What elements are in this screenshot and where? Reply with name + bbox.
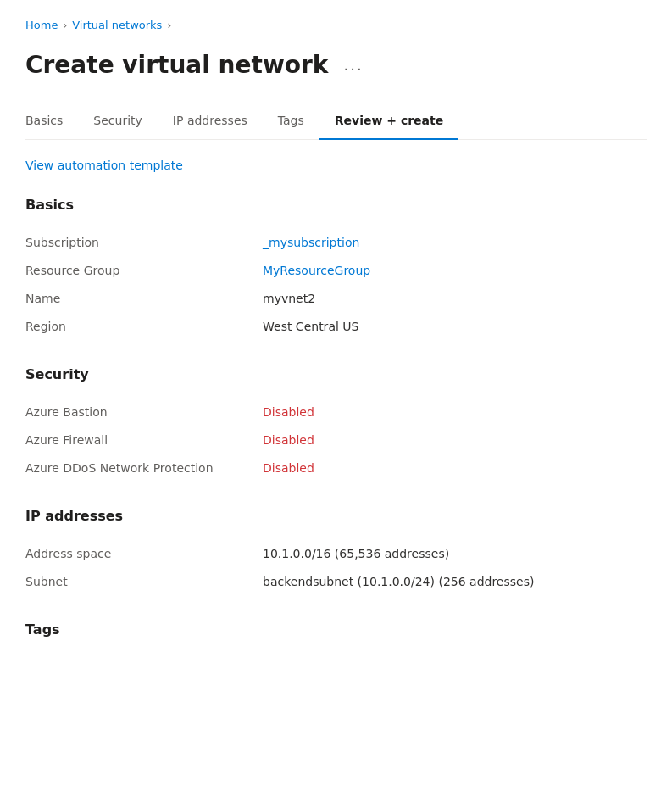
more-options-button[interactable]: ... xyxy=(338,52,368,78)
label-region: Region xyxy=(25,318,263,336)
value-azure-firewall: Disabled xyxy=(263,432,314,449)
basics-section-title: Basics xyxy=(25,195,647,215)
page-container: Home › Virtual networks › Create virtual… xyxy=(0,0,672,802)
view-automation-template-link[interactable]: View automation template xyxy=(25,157,183,175)
detail-row-subscription: Subscription _mysubscription xyxy=(25,229,647,257)
tags-section: Tags xyxy=(25,620,647,640)
detail-row-resource-group: Resource Group MyResourceGroup xyxy=(25,257,647,285)
label-azure-ddos: Azure DDoS Network Protection xyxy=(25,459,263,477)
value-azure-bastion: Disabled xyxy=(263,404,314,421)
basics-section: Basics Subscription _mysubscription Reso… xyxy=(25,195,647,341)
label-name: Name xyxy=(25,290,263,308)
value-azure-ddos: Disabled xyxy=(263,459,314,477)
label-azure-firewall: Azure Firewall xyxy=(25,432,263,449)
tags-section-title: Tags xyxy=(25,620,647,640)
tab-tags[interactable]: Tags xyxy=(263,103,319,140)
label-subnet: Subnet xyxy=(25,573,263,591)
ip-addresses-section-title: IP addresses xyxy=(25,506,647,526)
page-title: Create virtual network xyxy=(25,47,328,83)
label-azure-bastion: Azure Bastion xyxy=(25,404,263,421)
tab-basics[interactable]: Basics xyxy=(25,103,78,140)
label-resource-group: Resource Group xyxy=(25,262,263,280)
breadcrumb-separator-2: › xyxy=(167,18,171,33)
tab-security[interactable]: Security xyxy=(78,103,158,140)
label-subscription: Subscription xyxy=(25,234,263,252)
detail-row-address-space: Address space 10.1.0.0/16 (65,536 addres… xyxy=(25,540,647,568)
detail-row-region: Region West Central US xyxy=(25,313,647,341)
value-subnet: backendsubnet (10.1.0.0/24) (256 address… xyxy=(263,573,534,591)
ip-addresses-section: IP addresses Address space 10.1.0.0/16 (… xyxy=(25,506,647,596)
value-name: myvnet2 xyxy=(263,290,315,308)
security-section: Security Azure Bastion Disabled Azure Fi… xyxy=(25,365,647,482)
value-resource-group: MyResourceGroup xyxy=(263,262,370,280)
detail-row-azure-firewall: Azure Firewall Disabled xyxy=(25,426,647,454)
breadcrumb-virtual-networks[interactable]: Virtual networks xyxy=(72,17,162,34)
detail-row-name: Name myvnet2 xyxy=(25,285,647,313)
detail-row-subnet: Subnet backendsubnet (10.1.0.0/24) (256 … xyxy=(25,568,647,596)
detail-row-azure-ddos: Azure DDoS Network Protection Disabled xyxy=(25,454,647,482)
tab-ip-addresses[interactable]: IP addresses xyxy=(158,103,263,140)
value-address-space: 10.1.0.0/16 (65,536 addresses) xyxy=(263,545,449,563)
security-section-title: Security xyxy=(25,365,647,385)
tab-review-create[interactable]: Review + create xyxy=(319,103,458,140)
breadcrumb-home[interactable]: Home xyxy=(25,17,58,34)
label-address-space: Address space xyxy=(25,545,263,563)
tabs-navigation: Basics Security IP addresses Tags Review… xyxy=(25,103,647,140)
value-region: West Central US xyxy=(263,318,358,336)
page-title-row: Create virtual network ... xyxy=(25,47,647,83)
value-subscription: _mysubscription xyxy=(263,234,359,252)
detail-row-azure-bastion: Azure Bastion Disabled xyxy=(25,398,647,426)
breadcrumb: Home › Virtual networks › xyxy=(25,17,647,34)
breadcrumb-separator-1: › xyxy=(63,18,67,33)
